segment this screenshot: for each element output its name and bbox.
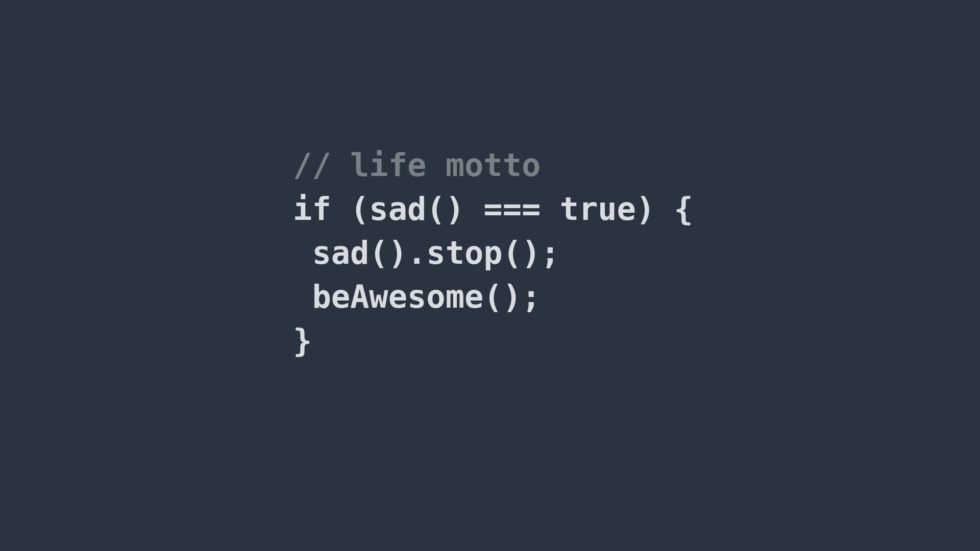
code-comment-line: // life motto <box>293 146 541 184</box>
code-line-awesome: beAwesome(); <box>293 278 541 315</box>
code-line-stop: sad().stop(); <box>293 234 560 271</box>
code-line-if: if (sad() === true) { <box>293 190 693 228</box>
code-line-close: } <box>293 322 312 359</box>
code-snippet: // life motto if (sad() === true) { sad(… <box>293 143 693 363</box>
